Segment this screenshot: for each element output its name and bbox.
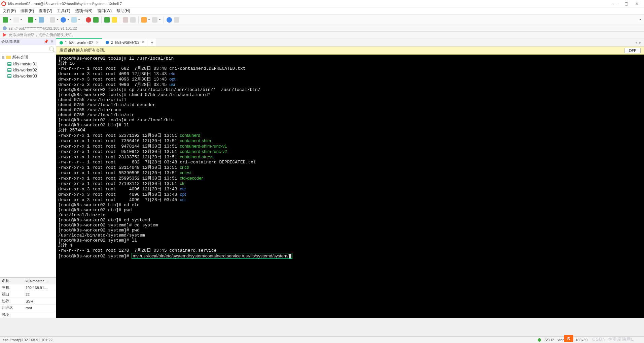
folder-icon[interactable] xyxy=(141,17,147,23)
keyboard-icon[interactable] xyxy=(123,17,128,23)
menubar: 文件(F) 编辑(E) 查看(V) 工具(T) 选项卡(B) 窗口(W) 帮助(… xyxy=(0,7,644,15)
collapse-icon[interactable]: ⊟ xyxy=(1,56,5,59)
session-icon[interactable] xyxy=(39,17,44,23)
record-icon[interactable] xyxy=(86,17,91,23)
session-properties: 名称 k8s-master... 主机192.168.91.... 端口22 协… xyxy=(0,277,56,318)
tab-k8s-worker03[interactable]: 2 k8s-worker03 ✕ xyxy=(102,38,148,46)
dropdown-icon[interactable] xyxy=(9,19,11,21)
tree-root[interactable]: ⊟ 所有会话 xyxy=(0,54,56,61)
broadcast-text: 发送键盘输入的所有会话。 xyxy=(60,48,108,53)
separator xyxy=(138,17,139,23)
maximize-button[interactable]: ▢ xyxy=(624,1,629,6)
menu-view[interactable]: 查看(V) xyxy=(39,8,52,14)
separator xyxy=(101,17,102,23)
titlebar: k8s-worker02 - root@k8s-worker02:/usr/li… xyxy=(0,0,644,7)
menu-edit[interactable]: 编辑(E) xyxy=(21,8,34,14)
minimize-button[interactable]: — xyxy=(613,1,618,6)
dropdown-icon[interactable] xyxy=(67,19,69,21)
tab-close-icon[interactable]: ✕ xyxy=(96,40,99,45)
tab-label: k8s-worker03 xyxy=(115,40,139,45)
terminal[interactable]: [root@k8s-worker02 tools]# ll /usr/local… xyxy=(56,55,644,318)
prop-key: 协议 xyxy=(0,298,24,305)
search-icon xyxy=(49,46,54,51)
status-connection: ssh://root@192.168.91.101:22 xyxy=(3,338,52,342)
menu-file[interactable]: 文件(F) xyxy=(3,8,16,14)
open-icon[interactable] xyxy=(13,17,19,23)
session-label: k8s-master01 xyxy=(13,62,37,66)
menu-help[interactable]: 帮助(H) xyxy=(116,8,130,14)
dropdown-icon[interactable] xyxy=(20,19,22,21)
separator xyxy=(25,17,25,23)
menu-tools[interactable]: 工具(T) xyxy=(57,8,70,14)
session-label: k8s-worker02 xyxy=(13,68,37,72)
dropdown-icon[interactable] xyxy=(159,19,161,21)
prop-key: 端口 xyxy=(0,291,24,298)
broadcast-strip: 发送键盘输入的所有会话。 OFF xyxy=(56,46,644,55)
toolbar-overflow-icon[interactable] xyxy=(639,19,641,21)
folder-icon xyxy=(6,56,11,59)
prop-key: 说明 xyxy=(0,311,24,318)
broadcast-off-button[interactable]: OFF xyxy=(624,48,641,53)
tab-prev-icon[interactable]: ◂ xyxy=(635,40,637,45)
prop-val: root xyxy=(24,305,56,311)
lock-icon[interactable] xyxy=(112,17,117,23)
tab-close-icon[interactable]: ✕ xyxy=(141,40,144,44)
props-header-row: 名称 k8s-master... xyxy=(0,278,56,284)
tab-k8s-worker02[interactable]: 1 k8s-worker02 ✕ xyxy=(56,38,102,46)
prop-val: 22 xyxy=(24,291,56,298)
dropdown-icon[interactable] xyxy=(148,19,150,21)
dropdown-icon[interactable] xyxy=(78,19,80,21)
fullscreen-icon[interactable] xyxy=(104,17,110,23)
layout-icon[interactable] xyxy=(152,17,157,23)
close-button[interactable]: ✕ xyxy=(635,1,639,6)
separator xyxy=(164,17,164,23)
session-item[interactable]: k8s-worker03 xyxy=(0,73,56,79)
reconnect-icon[interactable] xyxy=(28,17,33,23)
session-manager: 会话管理器 📌 ✕ ⊟ 所有会话 k8s-master01 k8s-worker… xyxy=(0,38,56,318)
session-search[interactable] xyxy=(0,45,56,53)
close-icon[interactable]: ✕ xyxy=(49,39,55,44)
session-tabs: 1 k8s-worker02 ✕ 2 k8s-worker03 ✕ + ◂ ▸ xyxy=(56,38,644,46)
play-icon[interactable] xyxy=(93,17,99,23)
window-title: k8s-worker02 - root@k8s-worker02:/usr/li… xyxy=(8,2,122,6)
separator xyxy=(83,17,83,23)
about-icon[interactable] xyxy=(174,17,179,23)
props-header-value: k8s-master... xyxy=(24,278,56,284)
menu-window[interactable]: 窗口(W) xyxy=(97,8,112,14)
tree-root-label: 所有会话 xyxy=(12,55,28,60)
session-label: k8s-worker03 xyxy=(13,74,37,79)
copy-icon[interactable] xyxy=(50,17,55,23)
status-ssh: SSH2 xyxy=(544,338,554,342)
session-icon xyxy=(7,62,11,66)
prop-val: SSH xyxy=(24,298,56,305)
ime-icon[interactable]: S xyxy=(564,335,573,342)
tab-next-icon[interactable]: ▸ xyxy=(639,40,641,45)
globe-icon[interactable] xyxy=(61,17,66,23)
help-icon[interactable] xyxy=(167,17,172,23)
font-icon[interactable] xyxy=(71,17,77,23)
dropdown-icon[interactable] xyxy=(57,19,59,21)
status-dot-icon xyxy=(538,338,541,342)
main-area: 会话管理器 📌 ✕ ⊟ 所有会话 k8s-master01 k8s-worker… xyxy=(0,38,644,318)
session-item[interactable]: k8s-master01 xyxy=(0,61,56,67)
watermark: CSDN @零度沸腾L xyxy=(592,336,634,342)
tip-bar: 要添加当前会话，点击左侧的箭头按钮。 xyxy=(0,32,644,38)
dropdown-icon[interactable] xyxy=(35,19,37,21)
flag-icon xyxy=(3,33,7,37)
prop-key: 用户名 xyxy=(0,305,24,311)
menu-tab[interactable]: 选项卡(B) xyxy=(75,8,93,14)
prop-val xyxy=(24,311,56,318)
app-icon xyxy=(1,1,6,6)
pin-icon[interactable]: 📌 xyxy=(43,39,49,44)
status-size: 186x39 xyxy=(575,338,587,342)
new-session-icon[interactable] xyxy=(3,17,8,23)
statusbar: ssh://root@192.168.91.101:22 SSH2 xterm … xyxy=(0,336,644,343)
session-item[interactable]: k8s-worker02 xyxy=(0,67,56,73)
session-icon xyxy=(7,74,11,78)
status-dot-icon xyxy=(60,41,63,44)
status-dot-icon xyxy=(106,41,109,44)
session-icon xyxy=(7,68,11,72)
address-text: ssh://root:************@192.168.91.101:2… xyxy=(9,26,77,30)
search-icon[interactable] xyxy=(130,17,136,23)
tab-add-button[interactable]: + xyxy=(148,38,156,46)
